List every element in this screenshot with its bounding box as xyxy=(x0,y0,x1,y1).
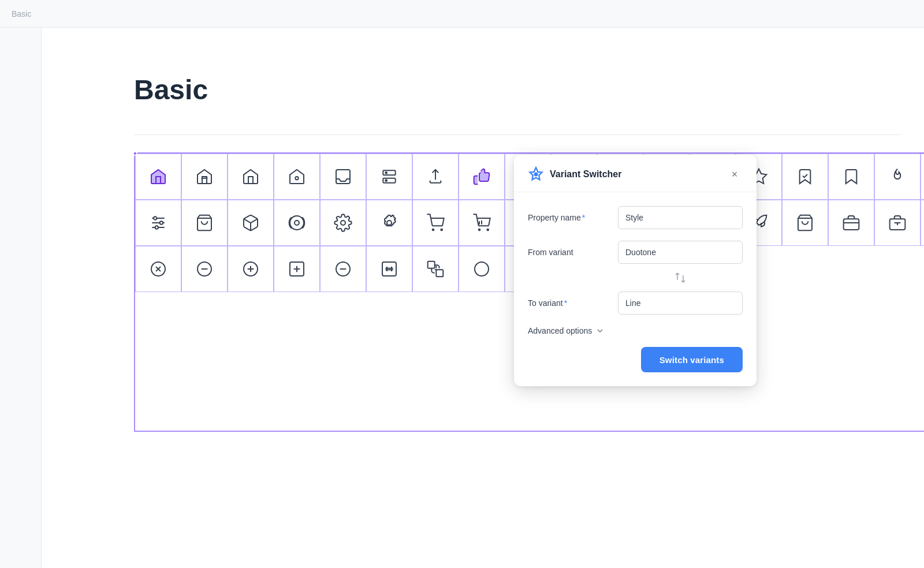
icon-cell xyxy=(228,200,274,246)
panel-body: Property name* From variant To variant* … xyxy=(514,192,757,335)
svg-point-5 xyxy=(385,180,387,181)
icon-cell xyxy=(459,154,505,200)
icon-cell xyxy=(366,154,412,200)
icon-cell xyxy=(274,246,320,292)
svg-point-21 xyxy=(433,229,434,231)
settings-sliders-icon xyxy=(149,214,167,232)
cart-detail-icon xyxy=(472,214,491,232)
briefcase-outline-icon xyxy=(888,214,907,232)
thumbs-up-filled-icon xyxy=(472,167,491,186)
icon-cell xyxy=(135,154,181,200)
close-button[interactable]: × xyxy=(726,166,743,182)
required-star: * xyxy=(582,213,585,222)
to-variant-label: To variant* xyxy=(528,298,609,308)
icon-cell xyxy=(366,246,412,292)
icon-cell xyxy=(921,154,924,200)
inbox-icon xyxy=(334,167,352,186)
svg-point-0 xyxy=(295,177,298,180)
from-variant-label: From variant xyxy=(528,248,609,257)
share-icon xyxy=(426,167,445,186)
icon-cell xyxy=(135,246,181,292)
svg-rect-37 xyxy=(844,219,859,230)
page-title: Basic xyxy=(134,74,924,106)
icon-cell xyxy=(412,154,459,200)
from-variant-input[interactable] xyxy=(618,241,743,264)
svg-point-19 xyxy=(341,221,345,225)
svg-point-12 xyxy=(154,216,157,219)
from-variant-row: From variant xyxy=(528,241,743,264)
home-minus-icon xyxy=(195,167,214,186)
settings-gear-icon xyxy=(334,214,352,232)
svg-point-74 xyxy=(534,173,538,177)
advanced-options-label: Advanced options xyxy=(528,326,592,335)
home-filled-icon xyxy=(149,167,167,186)
icon-cell xyxy=(274,154,320,200)
combine-icon xyxy=(426,260,445,278)
property-name-label: Property name* xyxy=(528,213,609,222)
icon-cell xyxy=(181,246,228,292)
swap-icon xyxy=(673,271,687,285)
icon-cell xyxy=(412,200,459,246)
icon-grid-wrapper xyxy=(42,147,924,432)
swap-icon-wrapper xyxy=(528,271,743,285)
fire-icon xyxy=(888,167,907,186)
minus-circle-icon xyxy=(195,260,214,278)
home-settings-icon xyxy=(288,167,306,186)
shopping-bag-icon xyxy=(796,214,814,232)
property-name-input[interactable] xyxy=(618,206,743,229)
to-variant-row: To variant* xyxy=(528,292,743,315)
icon-cell xyxy=(874,200,921,246)
icon-cell xyxy=(782,200,828,246)
icon-cell xyxy=(412,246,459,292)
svg-point-18 xyxy=(290,216,304,230)
sidebar xyxy=(0,28,42,568)
plus-square-icon xyxy=(288,260,306,278)
svg-point-22 xyxy=(441,229,442,231)
svg-point-23 xyxy=(479,229,480,231)
bag-icon xyxy=(195,214,214,232)
divider xyxy=(134,134,901,135)
icon-cell xyxy=(828,154,874,200)
icon-cell xyxy=(366,200,412,246)
plus-circle-icon xyxy=(241,260,260,278)
bookmark-icon xyxy=(842,167,860,186)
svg-point-4 xyxy=(385,172,387,174)
icon-cell xyxy=(228,246,274,292)
icon-cell xyxy=(320,200,366,246)
variant-switcher-panel: Variant Switcher × Property name* From v… xyxy=(514,155,757,386)
x-circle-icon xyxy=(149,260,167,278)
icon-cell xyxy=(459,246,505,292)
breadcrumb-bar: Basic xyxy=(0,0,924,28)
to-variant-input[interactable] xyxy=(618,292,743,315)
home-outline-icon xyxy=(241,167,260,186)
advanced-options-row[interactable]: Advanced options xyxy=(528,326,743,335)
svg-point-13 xyxy=(160,221,163,224)
icon-cell xyxy=(320,246,366,292)
minus-circle2-icon xyxy=(334,260,352,278)
icon-cell xyxy=(828,200,874,246)
svg-rect-66 xyxy=(436,270,443,276)
settings-flower-icon xyxy=(380,214,398,232)
svg-point-14 xyxy=(155,226,158,229)
circle-icon xyxy=(472,260,491,278)
panel-title: Variant Switcher xyxy=(550,169,622,180)
property-name-row: Property name* xyxy=(528,206,743,229)
breadcrumb-label: Basic xyxy=(12,9,31,18)
svg-rect-60 xyxy=(382,262,396,276)
icon-cell xyxy=(921,200,924,246)
icon-cell xyxy=(228,154,274,200)
icon-cell xyxy=(181,154,228,200)
box-icon xyxy=(241,214,260,232)
svg-point-24 xyxy=(487,229,489,231)
icon-cell xyxy=(274,200,320,246)
hash-square-icon xyxy=(380,260,398,278)
svg-point-67 xyxy=(475,262,489,276)
briefcase-icon xyxy=(842,214,860,232)
icon-cell xyxy=(135,200,181,246)
svg-rect-65 xyxy=(428,261,435,268)
icon-cell xyxy=(874,154,921,200)
switch-variants-button[interactable]: Switch variants xyxy=(641,347,743,372)
icon-cell xyxy=(459,200,505,246)
icon-cell xyxy=(181,200,228,246)
chevron-down-icon xyxy=(595,326,605,335)
